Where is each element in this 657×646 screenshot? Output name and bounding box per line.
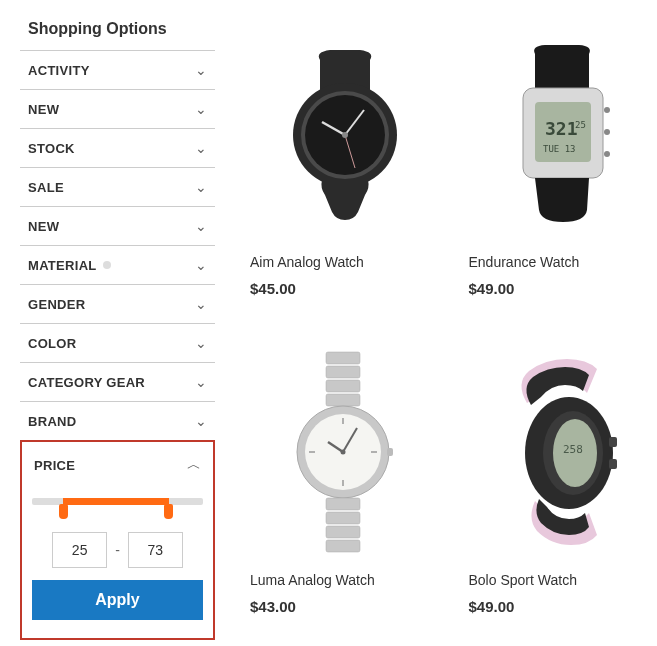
filter-new[interactable]: NEW ⌄ <box>20 90 215 129</box>
product-price: $45.00 <box>250 280 439 297</box>
filter-price-section: PRICE ︿ - Apply <box>20 440 215 640</box>
chevron-down-icon: ⌄ <box>195 101 207 117</box>
svg-point-27 <box>341 449 346 454</box>
chevron-down-icon: ⌄ <box>195 413 207 429</box>
product-name: Aim Analog Watch <box>250 254 439 270</box>
product-card[interactable]: 258 Bolo Sport Watch $49.00 <box>469 348 658 641</box>
svg-rect-29 <box>326 498 360 510</box>
slider-handle-max[interactable] <box>164 504 173 519</box>
filter-activity[interactable]: ACTIVITY ⌄ <box>20 51 215 90</box>
svg-rect-17 <box>326 380 360 392</box>
svg-text:TUE 13: TUE 13 <box>543 144 576 154</box>
product-grid: Aim Analog Watch $45.00 321 25 TUE 13 <box>250 20 657 640</box>
product-name: Bolo Sport Watch <box>469 572 658 588</box>
svg-point-6 <box>342 132 348 138</box>
product-price: $43.00 <box>250 598 439 615</box>
svg-rect-15 <box>326 352 360 364</box>
filter-label: NEW <box>28 102 59 117</box>
chevron-down-icon: ⌄ <box>195 296 207 312</box>
chevron-down-icon: ⌄ <box>195 179 207 195</box>
filter-price-header[interactable]: PRICE ︿ <box>32 452 203 488</box>
filter-color[interactable]: COLOR ⌄ <box>20 324 215 363</box>
svg-text:258: 258 <box>563 443 583 456</box>
chevron-down-icon: ⌄ <box>195 374 207 390</box>
price-max-input[interactable] <box>128 532 183 568</box>
product-image <box>250 30 430 240</box>
apply-button[interactable]: Apply <box>32 580 203 620</box>
product-price: $49.00 <box>469 598 658 615</box>
chevron-down-icon: ⌄ <box>195 335 207 351</box>
filter-list: ACTIVITY ⌄ NEW ⌄ STOCK ⌄ SALE ⌄ NEW ⌄ MA… <box>20 50 215 441</box>
product-image <box>250 348 430 558</box>
filter-label: GENDER <box>28 297 85 312</box>
filter-label: ACTIVITY <box>28 63 90 78</box>
product-price: $49.00 <box>469 280 658 297</box>
filter-new-2[interactable]: NEW ⌄ <box>20 207 215 246</box>
chevron-down-icon: ⌄ <box>195 218 207 234</box>
filter-material[interactable]: MATERIAL ⌄ <box>20 246 215 285</box>
chevron-down-icon: ⌄ <box>195 62 207 78</box>
slider-handle-min[interactable] <box>59 504 68 519</box>
indicator-dot-icon <box>103 261 111 269</box>
filter-label: SALE <box>28 180 64 195</box>
price-min-input[interactable] <box>52 532 107 568</box>
range-separator: - <box>115 542 120 558</box>
filter-gender[interactable]: GENDER ⌄ <box>20 285 215 324</box>
chevron-down-icon: ⌄ <box>195 257 207 273</box>
slider-fill <box>63 498 169 505</box>
svg-rect-30 <box>326 512 360 524</box>
chevron-down-icon: ⌄ <box>195 140 207 156</box>
filter-label: CATEGORY GEAR <box>28 375 145 390</box>
svg-rect-31 <box>326 526 360 538</box>
filter-stock[interactable]: STOCK ⌄ <box>20 129 215 168</box>
chevron-up-icon: ︿ <box>187 456 201 474</box>
svg-rect-28 <box>387 448 393 456</box>
filter-label: STOCK <box>28 141 75 156</box>
filter-sidebar: Shopping Options ACTIVITY ⌄ NEW ⌄ STOCK … <box>20 20 215 640</box>
product-name: Luma Analog Watch <box>250 572 439 588</box>
product-card[interactable]: Aim Analog Watch $45.00 <box>250 30 439 323</box>
filter-label: COLOR <box>28 336 76 351</box>
filter-label: PRICE <box>34 458 75 473</box>
svg-text:25: 25 <box>575 120 586 130</box>
svg-rect-32 <box>326 540 360 552</box>
product-card[interactable]: Luma Analog Watch $43.00 <box>250 348 439 641</box>
filter-label: MATERIAL <box>28 258 111 273</box>
price-range-inputs: - <box>32 532 203 568</box>
svg-point-13 <box>604 129 610 135</box>
product-image: 258 <box>469 348 649 558</box>
svg-text:321: 321 <box>545 118 578 139</box>
svg-rect-37 <box>609 437 617 447</box>
product-name: Endurance Watch <box>469 254 658 270</box>
product-image: 321 25 TUE 13 <box>469 30 649 240</box>
filter-label: NEW <box>28 219 59 234</box>
svg-point-12 <box>604 107 610 113</box>
filter-label: BRAND <box>28 414 76 429</box>
filter-sale[interactable]: SALE ⌄ <box>20 168 215 207</box>
sidebar-title: Shopping Options <box>20 20 215 38</box>
price-slider[interactable] <box>32 494 203 518</box>
svg-point-14 <box>604 151 610 157</box>
product-card[interactable]: 321 25 TUE 13 Endurance Watch $49.00 <box>469 30 658 323</box>
filter-brand[interactable]: BRAND ⌄ <box>20 402 215 441</box>
filter-category-gear[interactable]: CATEGORY GEAR ⌄ <box>20 363 215 402</box>
svg-rect-38 <box>609 459 617 469</box>
svg-rect-18 <box>326 394 360 406</box>
svg-rect-16 <box>326 366 360 378</box>
